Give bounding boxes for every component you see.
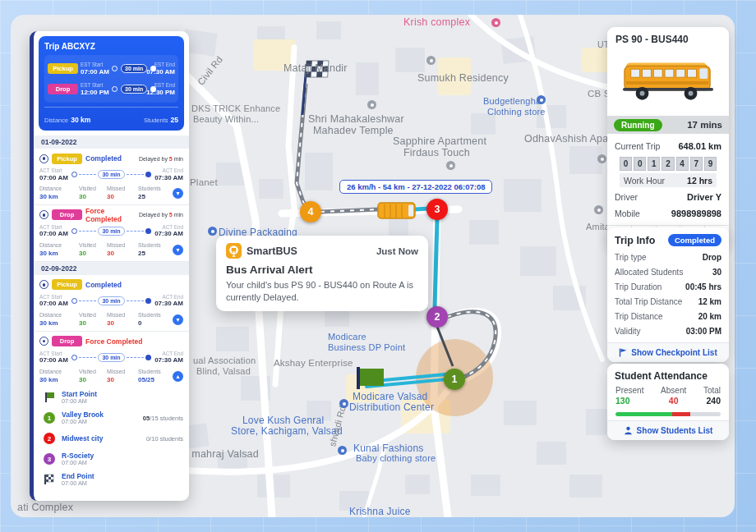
radio-icon[interactable] bbox=[39, 280, 48, 289]
present-count: 130 bbox=[615, 396, 643, 407]
distance-value: 30 km bbox=[71, 116, 90, 124]
running-duration: 17 mins bbox=[687, 120, 722, 130]
est-start-time: 12:00 PM bbox=[81, 89, 108, 96]
est-end-label: EST End bbox=[154, 62, 175, 67]
timeline-start-dot bbox=[112, 66, 118, 71]
map-label: Love Kush Genral bbox=[242, 415, 324, 426]
checkpoint-marker-4[interactable]: 4 bbox=[300, 201, 321, 222]
end-flag-icon bbox=[42, 474, 57, 485]
students-label: Students bbox=[144, 117, 168, 124]
store-pin-icon bbox=[338, 446, 347, 455]
chevron-down-icon[interactable] bbox=[173, 314, 183, 325]
est-end-time: 07:30 AM bbox=[146, 68, 175, 76]
checkpoint-marker-1[interactable]: 1 bbox=[444, 369, 465, 390]
act-end-label: ACT End bbox=[163, 167, 183, 174]
work-hour-label: Work Hour bbox=[624, 176, 665, 186]
est-end-time: 12:30 PM bbox=[146, 89, 175, 96]
trip-entry-drop[interactable]: Drop Force Completed ACT Start07:00 AM 3… bbox=[34, 332, 189, 388]
radio-icon[interactable] bbox=[39, 154, 48, 163]
chevron-down-icon[interactable] bbox=[173, 188, 183, 199]
trip-status: Force Completed bbox=[85, 337, 142, 346]
map-label: Kunal Fashions bbox=[353, 443, 424, 454]
checkpoint-number-icon: 1 bbox=[44, 412, 55, 424]
current-trip-label: Current Trip bbox=[615, 141, 660, 151]
student-attendance-card: Student Attendance Present130 Absent40 T… bbox=[607, 364, 729, 440]
map-label: Planet bbox=[190, 177, 218, 187]
current-trip-value: 648.01 km bbox=[678, 141, 721, 151]
map-label: ual Association bbox=[193, 355, 256, 365]
chevron-down-icon[interactable] bbox=[173, 245, 183, 255]
bus-title: PS 90 - BUS440 bbox=[607, 27, 729, 48]
trip-entry-drop[interactable]: Drop Force Completed Delayed by 5 min AC… bbox=[34, 205, 189, 262]
map-label: Business DP Point bbox=[328, 342, 405, 352]
bus-image bbox=[607, 48, 729, 116]
poi-pin-icon bbox=[597, 154, 606, 163]
checkpoint-row-3[interactable]: 3 R-Society07:00 AM bbox=[34, 449, 189, 470]
trip-entry-pickup[interactable]: Pickup Completed Delayed by 5 min ACT St… bbox=[34, 149, 189, 205]
students-value: 25 bbox=[171, 116, 178, 124]
duration-pill: 30 min bbox=[98, 296, 124, 305]
duration-pill: 30 min bbox=[98, 353, 124, 362]
pickup-badge: Pickup bbox=[52, 154, 82, 164]
duration-pill: 30 min bbox=[98, 227, 124, 236]
trip-status: Force Completed bbox=[85, 207, 136, 223]
map-label: ti mahraj Valsad bbox=[183, 448, 259, 460]
trip-title: Trip ABCXYZ bbox=[44, 42, 178, 51]
trip-entry-pickup[interactable]: Pickup Completed ACT Start07:00 AM 30 mi… bbox=[34, 275, 189, 332]
map-label: Sumukh Residency bbox=[417, 72, 509, 84]
trip-info-row: Trip typeDrop bbox=[615, 250, 721, 264]
map-label: Akshay Enterprise bbox=[274, 358, 353, 368]
checkpoint-marker-2[interactable]: 2 bbox=[426, 306, 448, 328]
checkpoint-marker-3[interactable]: 3 bbox=[426, 199, 448, 220]
map-label: Modicare bbox=[328, 332, 366, 342]
show-checkpoint-list-button[interactable]: Show Checkpoint List bbox=[607, 342, 729, 362]
map-label: ati Complex bbox=[17, 502, 73, 513]
duration-pill: 30 min bbox=[121, 85, 147, 94]
checkpoint-students: 0/10 students bbox=[146, 435, 183, 443]
drop-badge: Drop bbox=[52, 209, 82, 220]
checkpoint-row-1[interactable]: 1 Valley Brook07:00 AM 05/15 students bbox=[34, 408, 189, 429]
pickup-est-row: Pickup EST Start07:00 AM 30 min EST End0… bbox=[48, 58, 175, 79]
chevron-up-icon[interactable] bbox=[173, 371, 183, 382]
checkpoint-number-icon: 3 bbox=[44, 453, 55, 465]
trip-info-title: Trip Info bbox=[615, 235, 655, 246]
map-label: Baby clothing store bbox=[356, 453, 436, 463]
radio-icon[interactable] bbox=[39, 210, 48, 219]
absent-count: 40 bbox=[669, 396, 679, 407]
est-start-label: EST Start bbox=[81, 82, 108, 88]
notification-title: Bus Arrival Alert bbox=[226, 264, 418, 276]
map-label: Modicare Valsad bbox=[353, 391, 428, 402]
poi-pin-icon bbox=[594, 205, 603, 214]
date-header: 02-09-2022 bbox=[34, 262, 189, 275]
checkpoint-row-end[interactable]: End Point07:00 AM bbox=[34, 470, 189, 490]
map-label: Clothing store bbox=[487, 107, 546, 117]
attendance-progress-bar bbox=[615, 412, 721, 416]
driver-value: Driver Y bbox=[687, 192, 721, 202]
bus-arrival-notification[interactable]: SmartBUS Just Now Bus Arrival Alert Your… bbox=[216, 236, 428, 311]
trip-status-badge: Completed bbox=[668, 234, 721, 246]
trip-status: Completed bbox=[85, 154, 122, 163]
pickup-badge: Pickup bbox=[48, 63, 78, 74]
trip-info-row: Total Trip Distance12 km bbox=[615, 294, 721, 309]
map-label: DKS TRICK Enhance bbox=[191, 103, 280, 113]
map-label: Krishna Juice bbox=[349, 506, 411, 517]
trip-info-row: Allocated Students30 bbox=[615, 264, 721, 279]
map-label: Firdaus Touch bbox=[403, 147, 470, 158]
mobile-label: Mobile bbox=[615, 209, 640, 218]
start-flag-icon bbox=[42, 392, 57, 403]
store-pin-icon bbox=[339, 399, 348, 408]
show-students-list-button[interactable]: Show Students List bbox=[607, 420, 729, 440]
trip-sidebar: Trip ABCXYZ Pickup EST Start07:00 AM 30 … bbox=[30, 31, 189, 501]
person-icon bbox=[624, 426, 633, 435]
work-hour-value: 12 hrs bbox=[687, 176, 712, 186]
est-end-label: EST End bbox=[154, 82, 175, 88]
notification-body: Your child's bus PS 90 - BUS440 on Route… bbox=[226, 279, 418, 303]
poi-pin-icon bbox=[367, 100, 376, 109]
radio-icon[interactable] bbox=[39, 337, 48, 346]
act-start-label: ACT Start bbox=[39, 167, 69, 174]
map-label: Distribution Center bbox=[349, 401, 434, 413]
app-background: { "map": { "tooltip": "26 km/h - 54 km -… bbox=[0, 0, 756, 532]
checkpoint-row-start[interactable]: Start Point07:00 AM bbox=[34, 388, 189, 408]
est-start-label: EST Start bbox=[81, 62, 108, 67]
checkpoint-row-2[interactable]: 2 Midwest city 0/10 students bbox=[34, 429, 189, 449]
